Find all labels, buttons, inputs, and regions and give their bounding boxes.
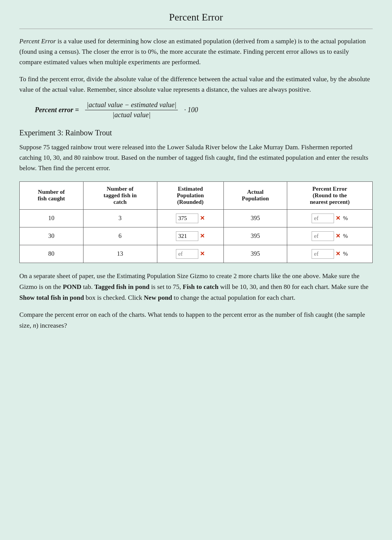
pct-err-cell-1: ✕ % <box>287 209 372 227</box>
pct-err-input-1[interactable] <box>312 214 334 223</box>
data-table: Number offish caught Number oftagged fis… <box>19 181 373 263</box>
intro-paragraph-1: Percent Error is a value used for determ… <box>19 36 373 68</box>
bottom-paragraph-1: On a separate sheet of paper, use the Es… <box>19 271 373 303</box>
percent-error-term: Percent Error <box>19 38 56 45</box>
est-pop-clear-3[interactable]: ✕ <box>200 250 205 257</box>
est-pop-cell-1: ✕ <box>157 209 223 227</box>
italic-n: n <box>33 322 36 329</box>
bold-tagged-fish: Tagged fish in pond <box>94 283 150 291</box>
est-pop-input-2[interactable] <box>176 231 198 241</box>
fish-caught-1: 10 <box>20 209 84 227</box>
x-icon: ✕ <box>200 215 205 222</box>
formula-numerator: |actual value − estimated value| <box>85 101 178 110</box>
est-pop-input-1[interactable] <box>176 214 198 223</box>
col-header-tagged-fish: Number oftagged fish incatch <box>83 181 157 209</box>
col-header-fish-caught: Number offish caught <box>20 181 84 209</box>
actual-pop-2: 395 <box>224 227 287 245</box>
intro-text-1: is a value used for determining how clos… <box>19 38 366 66</box>
est-pop-cell-2: ✕ <box>157 227 223 245</box>
pct-err-cell-3: ✕ % <box>287 245 372 263</box>
tagged-catch-2: 6 <box>83 227 157 245</box>
x-icon: ✕ <box>336 232 341 239</box>
pct-err-clear-2[interactable]: ✕ <box>336 232 341 239</box>
table-row: 30 6 ✕ 395 ✕ <box>20 227 373 245</box>
bold-new-pond: New pond <box>144 294 172 301</box>
pct-err-input-2[interactable] <box>312 231 334 241</box>
bold-fish-to-catch: Fish to catch <box>183 283 219 291</box>
col-header-est-pop: EstimatedPopulation(Rounded) <box>157 181 223 209</box>
fish-caught-2: 30 <box>20 227 84 245</box>
pct-symbol-2: % <box>343 233 348 239</box>
intro-paragraph-2: To find the percent error, divide the ab… <box>19 74 373 95</box>
pct-symbol-3: % <box>343 251 348 257</box>
formula-lhs: Percent error = <box>35 106 79 114</box>
experiment-description: Suppose 75 tagged rainbow trout were rel… <box>19 142 373 174</box>
formula-block: Percent error = |actual value − estimate… <box>35 101 373 119</box>
est-pop-clear-2[interactable]: ✕ <box>200 232 205 239</box>
data-table-wrapper: Number offish caught Number oftagged fis… <box>19 181 373 263</box>
pct-err-clear-3[interactable]: ✕ <box>336 250 341 257</box>
x-icon: ✕ <box>336 250 341 257</box>
bold-show-total: Show total fish in pond <box>19 294 84 301</box>
experiment-heading: Experiment 3: Rainbow Trout <box>19 128 373 137</box>
pct-err-input-3[interactable] <box>312 249 334 259</box>
table-row: 10 3 ✕ 395 ✕ <box>20 209 373 227</box>
x-icon: ✕ <box>336 215 341 222</box>
page-title: Percent Error <box>19 12 373 29</box>
x-icon: ✕ <box>200 232 205 239</box>
fish-caught-3: 80 <box>20 245 84 263</box>
col-header-actual-pop: ActualPopulation <box>224 181 287 209</box>
tagged-catch-3: 13 <box>83 245 157 263</box>
formula-fraction: |actual value − estimated value| |actual… <box>85 101 178 119</box>
bottom-paragraph-2: Compare the percent error on each of the… <box>19 309 373 331</box>
table-header-row: Number offish caught Number oftagged fis… <box>20 181 373 209</box>
est-pop-input-3[interactable] <box>176 249 198 259</box>
pct-err-cell-2: ✕ % <box>287 227 372 245</box>
pct-symbol-1: % <box>343 215 348 222</box>
x-icon: ✕ <box>200 250 205 257</box>
col-header-pct-error: Percent Error(Round to thenearest percen… <box>287 181 372 209</box>
bold-pond: POND <box>63 283 81 291</box>
formula-denominator: |actual value| <box>111 110 152 119</box>
actual-pop-1: 395 <box>224 209 287 227</box>
table-row: 80 13 ✕ 395 ✕ <box>20 245 373 263</box>
est-pop-cell-3: ✕ <box>157 245 223 263</box>
est-pop-clear-1[interactable]: ✕ <box>200 215 205 222</box>
actual-pop-3: 395 <box>224 245 287 263</box>
tagged-catch-1: 3 <box>83 209 157 227</box>
pct-err-clear-1[interactable]: ✕ <box>336 215 341 222</box>
formula-rhs: · 100 <box>184 106 198 114</box>
